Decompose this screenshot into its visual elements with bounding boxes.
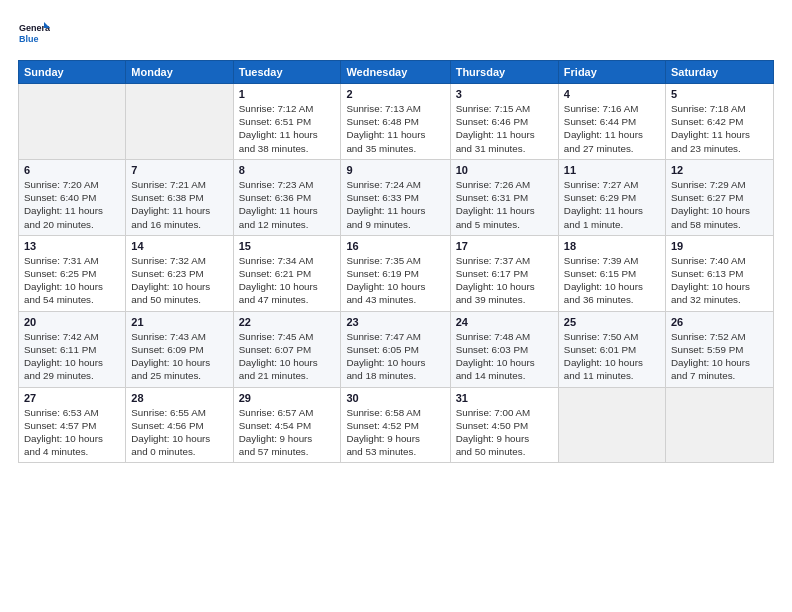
day-number: 9 xyxy=(346,164,444,176)
cell-2-3: 16Sunrise: 7:35 AM Sunset: 6:19 PM Dayli… xyxy=(341,235,450,311)
week-row-2: 13Sunrise: 7:31 AM Sunset: 6:25 PM Dayli… xyxy=(19,235,774,311)
col-sunday: Sunday xyxy=(19,61,126,84)
cell-content: Sunrise: 7:18 AM Sunset: 6:42 PM Dayligh… xyxy=(671,102,768,155)
cell-content: Sunrise: 7:40 AM Sunset: 6:13 PM Dayligh… xyxy=(671,254,768,307)
week-row-1: 6Sunrise: 7:20 AM Sunset: 6:40 PM Daylig… xyxy=(19,159,774,235)
cell-0-4: 3Sunrise: 7:15 AM Sunset: 6:46 PM Daylig… xyxy=(450,84,558,160)
cell-1-2: 8Sunrise: 7:23 AM Sunset: 6:36 PM Daylig… xyxy=(233,159,341,235)
week-row-0: 1Sunrise: 7:12 AM Sunset: 6:51 PM Daylig… xyxy=(19,84,774,160)
cell-0-1 xyxy=(126,84,233,160)
cell-content: Sunrise: 6:55 AM Sunset: 4:56 PM Dayligh… xyxy=(131,406,227,459)
cell-1-5: 11Sunrise: 7:27 AM Sunset: 6:29 PM Dayli… xyxy=(558,159,665,235)
cell-content: Sunrise: 7:34 AM Sunset: 6:21 PM Dayligh… xyxy=(239,254,336,307)
cell-content: Sunrise: 7:43 AM Sunset: 6:09 PM Dayligh… xyxy=(131,330,227,383)
cell-2-6: 19Sunrise: 7:40 AM Sunset: 6:13 PM Dayli… xyxy=(665,235,773,311)
cell-4-1: 28Sunrise: 6:55 AM Sunset: 4:56 PM Dayli… xyxy=(126,387,233,463)
cell-content: Sunrise: 7:42 AM Sunset: 6:11 PM Dayligh… xyxy=(24,330,120,383)
cell-4-4: 31Sunrise: 7:00 AM Sunset: 4:50 PM Dayli… xyxy=(450,387,558,463)
cell-1-1: 7Sunrise: 7:21 AM Sunset: 6:38 PM Daylig… xyxy=(126,159,233,235)
day-number: 11 xyxy=(564,164,660,176)
page-header: General Blue xyxy=(18,18,774,50)
cell-content: Sunrise: 6:57 AM Sunset: 4:54 PM Dayligh… xyxy=(239,406,336,459)
svg-text:Blue: Blue xyxy=(19,34,39,44)
day-number: 17 xyxy=(456,240,553,252)
cell-content: Sunrise: 7:16 AM Sunset: 6:44 PM Dayligh… xyxy=(564,102,660,155)
day-number: 20 xyxy=(24,316,120,328)
col-wednesday: Wednesday xyxy=(341,61,450,84)
calendar-table: Sunday Monday Tuesday Wednesday Thursday… xyxy=(18,60,774,463)
cell-content: Sunrise: 7:24 AM Sunset: 6:33 PM Dayligh… xyxy=(346,178,444,231)
day-number: 1 xyxy=(239,88,336,100)
cell-content: Sunrise: 7:21 AM Sunset: 6:38 PM Dayligh… xyxy=(131,178,227,231)
col-friday: Friday xyxy=(558,61,665,84)
cell-content: Sunrise: 7:37 AM Sunset: 6:17 PM Dayligh… xyxy=(456,254,553,307)
day-number: 29 xyxy=(239,392,336,404)
day-number: 14 xyxy=(131,240,227,252)
cell-content: Sunrise: 7:32 AM Sunset: 6:23 PM Dayligh… xyxy=(131,254,227,307)
cell-1-3: 9Sunrise: 7:24 AM Sunset: 6:33 PM Daylig… xyxy=(341,159,450,235)
cell-content: Sunrise: 7:48 AM Sunset: 6:03 PM Dayligh… xyxy=(456,330,553,383)
cell-content: Sunrise: 7:23 AM Sunset: 6:36 PM Dayligh… xyxy=(239,178,336,231)
cell-content: Sunrise: 6:58 AM Sunset: 4:52 PM Dayligh… xyxy=(346,406,444,459)
cell-3-5: 25Sunrise: 7:50 AM Sunset: 6:01 PM Dayli… xyxy=(558,311,665,387)
cell-2-0: 13Sunrise: 7:31 AM Sunset: 6:25 PM Dayli… xyxy=(19,235,126,311)
cell-content: Sunrise: 7:47 AM Sunset: 6:05 PM Dayligh… xyxy=(346,330,444,383)
cell-4-0: 27Sunrise: 6:53 AM Sunset: 4:57 PM Dayli… xyxy=(19,387,126,463)
logo-svg: General Blue xyxy=(18,18,50,50)
day-number: 31 xyxy=(456,392,553,404)
header-row: Sunday Monday Tuesday Wednesday Thursday… xyxy=(19,61,774,84)
cell-3-4: 24Sunrise: 7:48 AM Sunset: 6:03 PM Dayli… xyxy=(450,311,558,387)
cell-content: Sunrise: 7:45 AM Sunset: 6:07 PM Dayligh… xyxy=(239,330,336,383)
cell-content: Sunrise: 7:12 AM Sunset: 6:51 PM Dayligh… xyxy=(239,102,336,155)
cell-2-4: 17Sunrise: 7:37 AM Sunset: 6:17 PM Dayli… xyxy=(450,235,558,311)
cell-content: Sunrise: 7:52 AM Sunset: 5:59 PM Dayligh… xyxy=(671,330,768,383)
cell-content: Sunrise: 7:26 AM Sunset: 6:31 PM Dayligh… xyxy=(456,178,553,231)
day-number: 12 xyxy=(671,164,768,176)
day-number: 19 xyxy=(671,240,768,252)
day-number: 25 xyxy=(564,316,660,328)
cell-content: Sunrise: 7:00 AM Sunset: 4:50 PM Dayligh… xyxy=(456,406,553,459)
day-number: 5 xyxy=(671,88,768,100)
cell-0-6: 5Sunrise: 7:18 AM Sunset: 6:42 PM Daylig… xyxy=(665,84,773,160)
day-number: 21 xyxy=(131,316,227,328)
cell-content: Sunrise: 7:39 AM Sunset: 6:15 PM Dayligh… xyxy=(564,254,660,307)
day-number: 16 xyxy=(346,240,444,252)
day-number: 23 xyxy=(346,316,444,328)
day-number: 30 xyxy=(346,392,444,404)
cell-content: Sunrise: 7:13 AM Sunset: 6:48 PM Dayligh… xyxy=(346,102,444,155)
cell-4-3: 30Sunrise: 6:58 AM Sunset: 4:52 PM Dayli… xyxy=(341,387,450,463)
cell-content: Sunrise: 7:50 AM Sunset: 6:01 PM Dayligh… xyxy=(564,330,660,383)
cell-0-5: 4Sunrise: 7:16 AM Sunset: 6:44 PM Daylig… xyxy=(558,84,665,160)
day-number: 13 xyxy=(24,240,120,252)
cell-content: Sunrise: 7:27 AM Sunset: 6:29 PM Dayligh… xyxy=(564,178,660,231)
cell-3-6: 26Sunrise: 7:52 AM Sunset: 5:59 PM Dayli… xyxy=(665,311,773,387)
col-saturday: Saturday xyxy=(665,61,773,84)
day-number: 28 xyxy=(131,392,227,404)
cell-content: Sunrise: 7:29 AM Sunset: 6:27 PM Dayligh… xyxy=(671,178,768,231)
day-number: 4 xyxy=(564,88,660,100)
day-number: 22 xyxy=(239,316,336,328)
cell-1-0: 6Sunrise: 7:20 AM Sunset: 6:40 PM Daylig… xyxy=(19,159,126,235)
cell-2-2: 15Sunrise: 7:34 AM Sunset: 6:21 PM Dayli… xyxy=(233,235,341,311)
cell-4-5 xyxy=(558,387,665,463)
day-number: 2 xyxy=(346,88,444,100)
cell-1-4: 10Sunrise: 7:26 AM Sunset: 6:31 PM Dayli… xyxy=(450,159,558,235)
logo: General Blue xyxy=(18,18,50,50)
cell-0-2: 1Sunrise: 7:12 AM Sunset: 6:51 PM Daylig… xyxy=(233,84,341,160)
week-row-3: 20Sunrise: 7:42 AM Sunset: 6:11 PM Dayli… xyxy=(19,311,774,387)
cell-3-0: 20Sunrise: 7:42 AM Sunset: 6:11 PM Dayli… xyxy=(19,311,126,387)
cell-content: Sunrise: 7:15 AM Sunset: 6:46 PM Dayligh… xyxy=(456,102,553,155)
day-number: 7 xyxy=(131,164,227,176)
cell-0-0 xyxy=(19,84,126,160)
col-monday: Monday xyxy=(126,61,233,84)
day-number: 6 xyxy=(24,164,120,176)
day-number: 3 xyxy=(456,88,553,100)
cell-2-1: 14Sunrise: 7:32 AM Sunset: 6:23 PM Dayli… xyxy=(126,235,233,311)
cell-content: Sunrise: 7:20 AM Sunset: 6:40 PM Dayligh… xyxy=(24,178,120,231)
col-thursday: Thursday xyxy=(450,61,558,84)
cell-content: Sunrise: 7:31 AM Sunset: 6:25 PM Dayligh… xyxy=(24,254,120,307)
cell-content: Sunrise: 7:35 AM Sunset: 6:19 PM Dayligh… xyxy=(346,254,444,307)
day-number: 10 xyxy=(456,164,553,176)
day-number: 15 xyxy=(239,240,336,252)
day-number: 24 xyxy=(456,316,553,328)
